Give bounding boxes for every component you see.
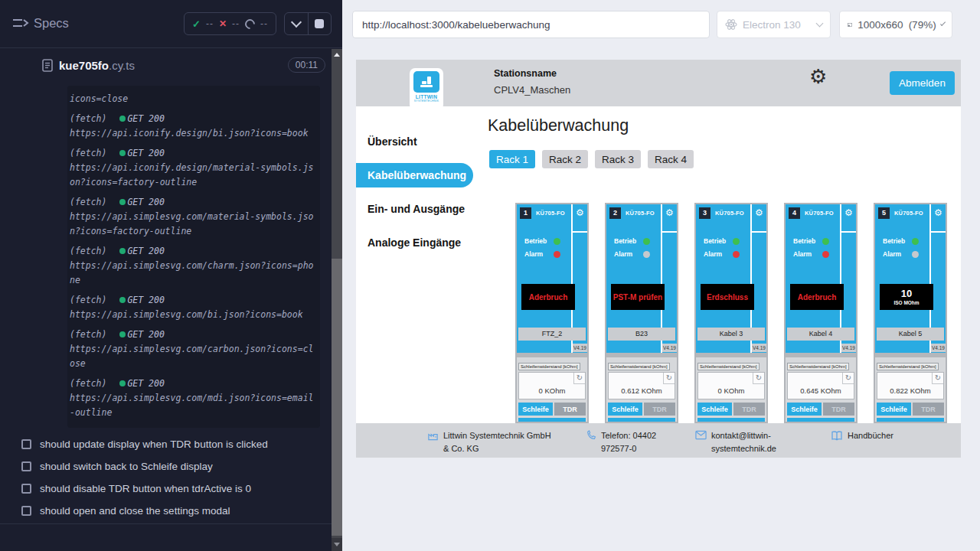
tab-rack-1[interactable]: Rack 1 xyxy=(489,150,535,168)
test-pending-icon xyxy=(21,461,31,471)
log-entry[interactable]: (fetch) GET 200 https://api.simplesvg.co… xyxy=(70,293,317,322)
collapse-button[interactable] xyxy=(285,13,308,34)
scroll-down-icon xyxy=(334,543,340,546)
tdr-button[interactable]: TDR xyxy=(644,403,675,416)
alarm-led xyxy=(912,251,919,258)
device-card: ⚙ 1 KÜ705-FO Betrieb Alarm Aderbruch FTZ… xyxy=(515,203,589,423)
url-input[interactable] xyxy=(352,11,710,38)
betrieb-led-row: Betrieb xyxy=(524,237,560,245)
test-item[interactable]: should update display when TDR button is… xyxy=(0,433,332,455)
browser-select[interactable]: Electron 130 xyxy=(717,11,831,38)
tdr-button[interactable]: TDR xyxy=(733,403,765,416)
scroll-up-icon[interactable] xyxy=(334,53,340,57)
device-card: ⚙ 4 KÜ705-FO Betrieb Alarm Aderbruch Kab… xyxy=(784,203,858,423)
resistance-value-box: ↻ 0 KOhm xyxy=(518,372,586,399)
log-entry[interactable]: (fetch) GET 200 https://api.simplesvg.co… xyxy=(70,195,317,239)
status-display-value: 10 xyxy=(901,289,912,299)
schleife-button[interactable]: Schleife xyxy=(877,403,911,416)
refresh-icon[interactable]: ↻ xyxy=(932,373,943,384)
logout-button[interactable]: Abmelden xyxy=(890,71,955,95)
app-frame: LITTWIN SYSTEMTECHNIK Stationsname CPLV4… xyxy=(356,60,961,458)
betrieb-led xyxy=(643,238,650,245)
measurement-panel: Schleifenwiderstand [kOhm] ↻ 0 KOhm Schl… xyxy=(696,353,766,422)
card-settings-gear-icon[interactable]: ⚙ xyxy=(934,208,942,217)
log-entry[interactable]: (fetch) GET 200 https://api.simplesvg.co… xyxy=(70,328,317,371)
viewport-icon xyxy=(848,19,852,31)
footer-manuals-text: Handbücher xyxy=(848,429,893,442)
chevron-down-icon xyxy=(291,17,302,28)
schleife-button[interactable]: Schleife xyxy=(608,403,642,416)
refresh-icon[interactable]: ↻ xyxy=(842,373,854,384)
specs-menu-icon[interactable] xyxy=(12,18,29,31)
betrieb-led-row: Betrieb xyxy=(793,237,829,245)
tab-rack-4[interactable]: Rack 4 xyxy=(648,150,694,168)
card-settings-gear-icon[interactable]: ⚙ xyxy=(576,208,584,217)
log-entry[interactable]: (fetch) GET 200 https://api.simplesvg.co… xyxy=(70,244,317,288)
slot-number-badge: 1 xyxy=(520,207,531,219)
chevron-down-icon xyxy=(940,21,946,26)
refresh-icon[interactable]: ↻ xyxy=(663,373,675,384)
refresh-icon[interactable]: ↻ xyxy=(753,373,764,384)
refresh-icon[interactable]: ↻ xyxy=(573,373,585,384)
status-dot-icon xyxy=(119,380,126,386)
sidebar-item-kabelueberwachung[interactable]: Kabelüberwachung xyxy=(356,163,473,187)
log-entry[interactable]: (fetch) GET 200 https://api.iconify.desi… xyxy=(70,112,317,141)
settings-gear-icon[interactable]: ⚙ xyxy=(809,67,827,86)
viewport-select[interactable]: 1000x660 (79%) xyxy=(839,11,952,38)
command-log: icons=close (fetch) GET 200 https://api.… xyxy=(67,86,320,428)
device-card: ⚙ 2 KÜ705-FO Betrieb Alarm PST-M prüfen … xyxy=(605,203,678,423)
passed-icon: ✓ xyxy=(192,18,201,30)
log-method: (fetch) xyxy=(70,148,112,158)
footer-phone-text: Telefon: 04402 972577-0 xyxy=(601,429,687,455)
test-stats[interactable]: ✓ -- ✕ -- -- xyxy=(184,12,276,35)
schleife-button[interactable]: Schleife xyxy=(697,403,732,416)
test-item[interactable]: should disable TDR button when tdrActive… xyxy=(0,478,332,500)
firmware-version: V4.19 xyxy=(752,344,766,352)
footer-manuals[interactable]: Handbücher xyxy=(831,429,893,442)
tab-rack-3[interactable]: Rack 3 xyxy=(595,150,641,168)
card-settings-gear-icon[interactable]: ⚙ xyxy=(665,208,674,217)
failed-icon: ✕ xyxy=(219,18,227,29)
log-method: (fetch) xyxy=(70,378,112,389)
test-title: should update display when TDR button is… xyxy=(40,439,268,450)
resistance-value-box: ↻ 0.612 KOhm xyxy=(608,372,675,399)
card-settings-gear-icon[interactable]: ⚙ xyxy=(755,208,763,217)
cable-name-label: Kabel 4 xyxy=(787,328,854,341)
test-item[interactable]: should open and close the settings modal xyxy=(0,500,332,522)
device-card: ⚙ 5 KÜ705-FO Betrieb Alarm 10 ISO MOhm K… xyxy=(874,203,947,423)
log-entry[interactable]: (fetch) GET 200 https://api.simplesvg.co… xyxy=(70,377,317,420)
sidebar-item-ein-und-ausgaenge[interactable]: Ein- und Ausgänge xyxy=(356,197,482,221)
left-scrollbar[interactable] xyxy=(332,49,342,551)
tdr-button[interactable]: TDR xyxy=(823,403,854,416)
sidebar-item-uebersicht[interactable]: Übersicht xyxy=(356,129,482,154)
stop-button[interactable] xyxy=(308,13,332,34)
spec-row[interactable]: kue705fo.cy.ts 00:11 xyxy=(0,48,332,83)
book-icon xyxy=(831,430,843,442)
log-method: (fetch) xyxy=(70,295,112,305)
tab-rack-2[interactable]: Rack 2 xyxy=(542,150,588,168)
footer-email[interactable]: kontakt@littwin-systemtechnik.de xyxy=(695,429,779,455)
card-settings-gear-icon[interactable]: ⚙ xyxy=(844,208,853,217)
browser-area: Electron 130 1000x660 (79%) LITTWIN SYST… xyxy=(342,0,980,551)
app-header: LITTWIN SYSTEMTECHNIK Stationsname CPLV4… xyxy=(356,60,961,106)
alarm-led xyxy=(733,251,740,258)
log-entry[interactable]: (fetch) GET 200 https://api.iconify.desi… xyxy=(70,146,317,190)
schleife-button[interactable]: Schleife xyxy=(518,403,553,416)
card-bottom-strip xyxy=(787,418,854,423)
betrieb-led xyxy=(912,238,919,245)
status-display-text: Aderbruch xyxy=(529,293,568,302)
viewport-zoom: (79%) xyxy=(909,19,936,31)
schleife-button[interactable]: Schleife xyxy=(787,403,822,416)
scroll-down-button[interactable] xyxy=(332,538,342,551)
tdr-button[interactable]: TDR xyxy=(554,403,586,416)
test-item[interactable]: should switch back to Schleife display xyxy=(0,455,332,478)
status-display-text: PST-M prüfen xyxy=(613,293,662,302)
scrollbar-thumb[interactable] xyxy=(332,259,342,536)
device-model-label: KÜ705-FO xyxy=(536,210,565,217)
tdr-button[interactable]: TDR xyxy=(913,403,944,416)
footer-phone[interactable]: Telefon: 04402 972577-0 xyxy=(586,429,687,455)
firmware-version: V4.19 xyxy=(662,344,677,352)
slot-number-badge: 2 xyxy=(609,207,621,219)
cypress-panel: Specs ✓ -- ✕ -- -- kue705fo.cy.ts 00:11 … xyxy=(0,0,342,551)
sidebar-item-analoge-eingaenge[interactable]: Analoge Eingänge xyxy=(356,230,482,255)
